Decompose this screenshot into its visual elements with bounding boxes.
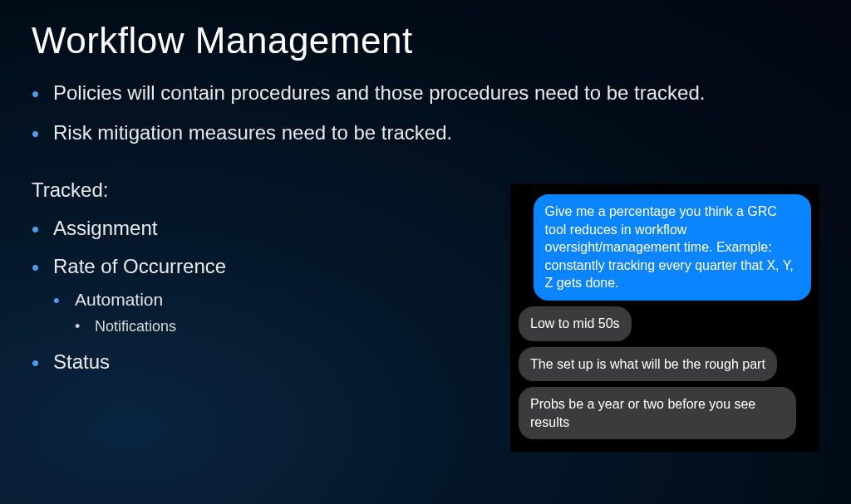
chat-message-received: Low to mid 50s (519, 306, 632, 341)
main-bullet-item: Policies will contain procedures and tho… (32, 80, 819, 106)
main-bullet-item: Risk mitigation measures need to be trac… (32, 120, 819, 146)
tracked-subsubitem-label: Notifications (95, 318, 176, 335)
main-bullet-list: Policies will contain procedures and tho… (32, 80, 819, 147)
tracked-item-label: Assignment (53, 217, 157, 239)
tracked-item-label: Status (53, 350, 110, 373)
tracked-subitem-label: Automation (75, 290, 163, 309)
chat-message-sent: Give me a percentage you think a GRC too… (534, 194, 811, 301)
chat-screenshot: Give me a percentage you think a GRC too… (510, 184, 819, 452)
tracked-item-label: Rate of Occurrence (53, 255, 226, 277)
chat-message-received: The set up is what will be the rough par… (519, 347, 777, 382)
chat-message-received: Probs be a year or two before you see re… (519, 387, 796, 439)
slide-title: Workflow Management (32, 20, 819, 61)
